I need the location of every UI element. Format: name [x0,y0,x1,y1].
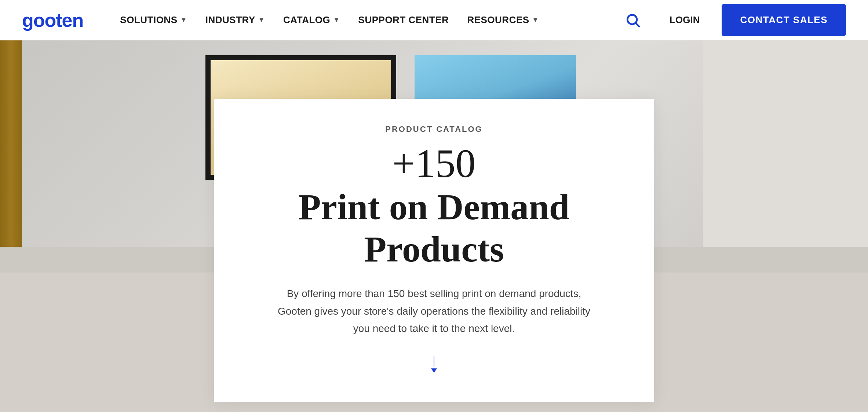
chevron-down-icon: ▼ [258,16,265,24]
hero-eyebrow: PRODUCT CATALOG [243,124,625,134]
nav-catalog-label: CATALOG [283,14,330,26]
hero-card: PRODUCT CATALOG +150 Print on Demand Pro… [214,99,654,402]
brand-logo[interactable]: gooten [22,9,83,31]
chevron-down-icon: ▼ [180,16,187,24]
nav-support-label: SUPPORT CENTER [358,14,449,26]
nav-item-solutions[interactable]: SOLUTIONS ▼ [113,11,194,29]
scroll-down-button[interactable] [243,356,625,373]
hero-description: By offering more than 150 best selling p… [269,285,599,337]
nav-resources-label: RESOURCES [467,14,529,26]
contact-sales-button[interactable]: CONTACT SALES [722,4,846,36]
hero-number: +150 [243,141,625,186]
arrow-down-icon [431,368,437,373]
nav-item-catalog[interactable]: CATALOG ▼ [276,11,347,29]
chevron-down-icon: ▼ [333,16,340,24]
nav-item-resources[interactable]: RESOURCES ▼ [460,11,546,29]
search-button[interactable] [622,9,644,31]
scroll-arrow-line [434,356,434,367]
chevron-down-icon: ▼ [532,16,539,24]
nav-item-industry[interactable]: INDUSTRY ▼ [198,11,272,29]
nav-item-support[interactable]: SUPPORT CENTER [351,11,456,29]
login-button[interactable]: LOGIN [659,11,711,29]
navbar: gooten SOLUTIONS ▼ INDUSTRY ▼ CATALOG ▼ … [0,0,868,40]
hero-title: Print on Demand Products [243,186,625,270]
svg-point-0 [627,15,637,24]
nav-links: SOLUTIONS ▼ INDUSTRY ▼ CATALOG ▼ SUPPORT… [113,4,846,36]
hero-section: PRODUCT CATALOG +150 Print on Demand Pro… [0,40,868,412]
nav-industry-label: INDUSTRY [205,14,255,26]
svg-line-1 [636,23,639,27]
nav-solutions-label: SOLUTIONS [120,14,177,26]
search-icon [625,12,641,28]
